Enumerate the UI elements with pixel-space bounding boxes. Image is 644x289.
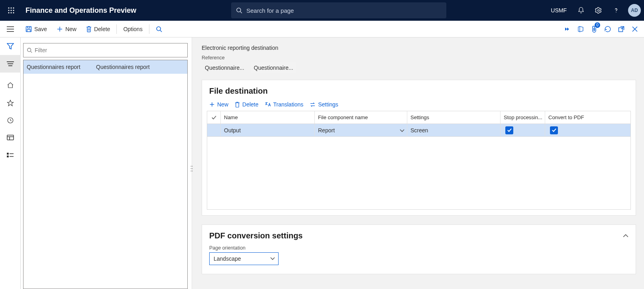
row-selector[interactable] [207, 124, 221, 136]
save-label: Save [34, 26, 47, 32]
user-avatar[interactable]: AD [628, 4, 641, 17]
cell-convert[interactable] [545, 124, 630, 136]
nav-pane-toggle-icon[interactable] [0, 21, 21, 37]
list-cell: Questionnaires report [94, 64, 186, 70]
separator [116, 24, 117, 34]
company-picker[interactable]: USMF [546, 7, 571, 14]
list-row[interactable]: Questionnaires report Questionnaires rep… [24, 60, 187, 74]
svg-point-9 [237, 8, 241, 12]
filter-pane-icon[interactable] [0, 37, 21, 55]
checkbox-checked[interactable] [505, 126, 513, 134]
page-orientation-select[interactable]: Landscape [209, 252, 279, 265]
fd-delete-button[interactable]: Delete [235, 101, 258, 108]
svg-marker-23 [565, 28, 567, 31]
save-icon [26, 26, 32, 32]
options-button[interactable]: Options [118, 23, 147, 35]
col-name[interactable]: Name [221, 111, 315, 124]
new-label: New [65, 26, 77, 32]
settings-icon[interactable] [591, 2, 607, 18]
search-icon [236, 7, 242, 14]
nav-rail [0, 37, 21, 289]
app-launcher-icon[interactable] [3, 2, 19, 18]
filter-input-wrap[interactable] [23, 43, 188, 57]
col-select[interactable] [207, 111, 221, 124]
svg-marker-24 [567, 28, 569, 31]
notifications-icon[interactable] [573, 2, 589, 18]
detail-pane: Electronic reporting destination Referen… [192, 37, 644, 289]
related-info-icon[interactable] [560, 23, 574, 35]
reference-chip[interactable]: Questionnaire... [202, 62, 247, 73]
save-button[interactable]: Save [21, 23, 52, 35]
pdf-section-header[interactable]: PDF conversion settings [202, 231, 636, 244]
recent-icon[interactable] [0, 112, 21, 129]
attachments-badge: 0 [595, 22, 600, 28]
find-button[interactable] [151, 23, 167, 35]
svg-marker-33 [7, 100, 13, 106]
chevron-up-icon [623, 234, 628, 238]
fd-new-button[interactable]: New [209, 101, 228, 108]
trash-icon [86, 26, 92, 32]
workspaces-icon[interactable] [0, 129, 21, 147]
svg-point-11 [598, 10, 600, 12]
file-destination-title: File destination [202, 87, 636, 100]
svg-point-2 [13, 7, 14, 8]
grid-header: Name File component name Settings Stop p… [207, 111, 630, 124]
popout-icon[interactable] [615, 23, 628, 35]
delete-button[interactable]: Delete [81, 23, 115, 35]
svg-point-12 [616, 12, 617, 13]
pdf-section-title: PDF conversion settings [209, 231, 303, 240]
cell-stop[interactable] [501, 124, 545, 136]
svg-point-44 [191, 166, 192, 167]
svg-line-43 [31, 51, 32, 53]
plus-icon [209, 102, 215, 107]
cell-name[interactable]: Output [221, 124, 315, 136]
fd-translations-button[interactable]: Translations [265, 101, 303, 108]
col-file-component[interactable]: File component name [315, 111, 407, 124]
fd-translations-label: Translations [273, 101, 303, 108]
svg-marker-29 [7, 43, 14, 49]
reference-label: Reference [202, 55, 636, 61]
splitter-handle[interactable] [190, 163, 193, 174]
svg-point-0 [8, 7, 9, 8]
fd-new-label: New [217, 101, 228, 108]
svg-point-48 [191, 171, 192, 171]
refresh-icon[interactable] [601, 23, 615, 35]
reference-chips: Questionnaire... Questionnaire... [202, 62, 636, 73]
close-icon[interactable] [628, 23, 642, 35]
svg-rect-38 [7, 153, 8, 154]
grid-row[interactable]: Output Report Screen [207, 124, 630, 137]
svg-point-5 [13, 10, 14, 11]
cell-settings[interactable]: Screen [407, 124, 501, 136]
filter-input[interactable] [35, 47, 184, 53]
page-orientation-label: Page orientation [209, 245, 628, 251]
list-table: Questionnaires report Questionnaires rep… [23, 60, 188, 289]
svg-point-49 [192, 171, 193, 171]
checkbox-checked[interactable] [550, 126, 558, 134]
fd-settings-button[interactable]: Settings [310, 101, 338, 108]
help-icon[interactable] [608, 2, 624, 18]
global-search[interactable] [231, 2, 446, 18]
svg-line-10 [240, 12, 242, 13]
favorites-icon[interactable] [0, 94, 21, 112]
col-stop-processing[interactable]: Stop processin... [501, 111, 545, 124]
file-dest-toolbar: New Delete Translations Settings [202, 100, 636, 111]
svg-point-3 [8, 10, 9, 11]
search-input[interactable] [246, 7, 442, 14]
reference-chip[interactable]: Questionnaire... [251, 62, 296, 73]
action-bar: Save New Delete Options 0 [0, 21, 644, 37]
modules-icon[interactable] [0, 147, 21, 164]
home-icon[interactable] [0, 77, 21, 94]
svg-point-45 [192, 166, 193, 167]
office-addin-icon[interactable] [574, 23, 587, 35]
attachments-icon[interactable]: 0 [587, 23, 601, 35]
cell-file-component[interactable]: Report [315, 124, 407, 136]
new-button[interactable]: New [52, 23, 81, 35]
col-convert-pdf[interactable]: Convert to PDF [545, 111, 630, 124]
col-settings[interactable]: Settings [407, 111, 501, 124]
svg-line-22 [160, 30, 162, 32]
svg-point-47 [192, 168, 193, 169]
svg-point-4 [10, 10, 12, 11]
list-pane-icon[interactable] [0, 55, 21, 73]
fd-delete-label: Delete [242, 101, 258, 108]
options-label: Options [123, 26, 142, 32]
